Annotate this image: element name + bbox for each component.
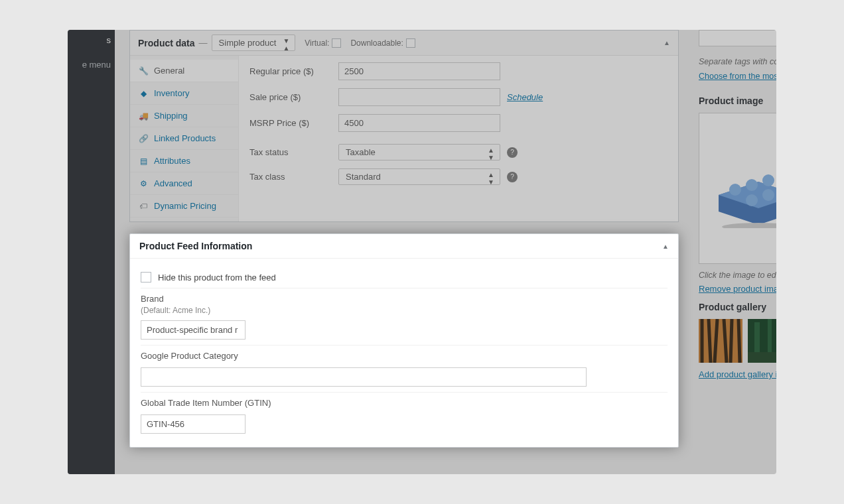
google-category-input[interactable] — [141, 367, 587, 387]
svg-point-3 — [746, 179, 758, 191]
remove-product-image-link[interactable]: Remove product image — [699, 284, 776, 294]
svg-point-2 — [729, 184, 741, 196]
tax-class-help-icon[interactable]: ? — [507, 172, 518, 182]
brand-label: Brand — [141, 294, 668, 304]
tax-status-label: Tax status — [249, 147, 338, 157]
tab-shipping[interactable]: 🚚Shipping — [130, 105, 238, 127]
admin-sidebar: s e menu — [68, 30, 115, 474]
product-type-select[interactable]: Simple product ▼▲ — [212, 34, 296, 51]
truck-icon: 🚚 — [138, 111, 149, 121]
gallery-thumb-1[interactable] — [699, 319, 742, 363]
product-image-caption: Click the image to edit — [699, 271, 776, 280]
product-image-title: Product image — [699, 95, 776, 106]
wrench-icon: 🔧 — [138, 66, 149, 76]
tax-class-label: Tax class — [249, 172, 338, 182]
product-image-box: Product image — [699, 95, 776, 294]
product-data-tabs: 🔧General ◆Inventory 🚚Shipping 🔗Linked Pr… — [130, 56, 239, 221]
tags-hint: Separate tags with con — [699, 57, 776, 66]
chevron-down-icon: ▼▲ — [283, 37, 289, 52]
tab-attributes[interactable]: ▤Attributes — [130, 150, 238, 172]
chevron-updown-icon: ▲▼ — [488, 147, 494, 161]
tab-dynamic-pricing[interactable]: 🏷Dynamic Pricing — [130, 195, 238, 218]
tab-general[interactable]: 🔧General — [130, 60, 238, 82]
virtual-checkbox[interactable]: Virtual: — [305, 38, 341, 48]
tag-icon: 🏷 — [138, 202, 149, 211]
svg-rect-14 — [748, 352, 776, 363]
gtin-input[interactable] — [141, 414, 246, 434]
tab-advanced[interactable]: ⚙Advanced — [130, 172, 238, 195]
product-tags-box: Separate tags with con Choose from the m… — [691, 30, 776, 88]
regular-price-input[interactable] — [338, 62, 500, 80]
panel-collapse-icon[interactable]: ▲ — [664, 39, 670, 46]
hide-from-feed-checkbox[interactable] — [141, 272, 151, 283]
hide-from-feed-label: Hide this product from the feed — [158, 273, 276, 283]
svg-point-4 — [762, 174, 774, 186]
choose-tags-link[interactable]: Choose from the most — [699, 72, 776, 81]
tax-status-select[interactable]: Taxable ▲▼ — [338, 144, 500, 160]
sale-price-label: Sale price ($) — [249, 92, 338, 102]
tax-class-select[interactable]: Standard ▲▼ — [338, 168, 500, 185]
regular-price-label: Regular price ($) — [249, 66, 338, 76]
product-feed-panel: Product Feed Information ▲ Hide this pro… — [129, 233, 679, 448]
tags-input[interactable] — [699, 30, 776, 46]
product-gallery-title: Product gallery — [699, 302, 776, 312]
msrp-label: MSRP Price ($) — [249, 118, 338, 128]
svg-point-8 — [722, 223, 776, 228]
brand-input[interactable] — [141, 320, 246, 340]
product-data-title: Product data — [138, 38, 195, 48]
tab-inventory[interactable]: ◆Inventory — [130, 82, 238, 105]
sidebar-fragment-a: s — [68, 30, 115, 50]
downloadable-checkbox[interactable]: Downloadable: — [350, 38, 415, 48]
tab-linked-products[interactable]: 🔗Linked Products — [130, 127, 238, 150]
chevron-updown-icon: ▲▼ — [488, 171, 494, 186]
svg-rect-9 — [699, 319, 742, 363]
add-gallery-images-link[interactable]: Add product gallery im — [699, 369, 776, 379]
gallery-thumb-2[interactable] — [748, 319, 776, 363]
sale-price-input[interactable] — [338, 88, 500, 106]
inventory-icon: ◆ — [138, 89, 149, 98]
sidebar-fragment-b[interactable]: e menu — [68, 54, 115, 75]
panel-collapse-icon[interactable]: ▲ — [662, 243, 669, 250]
product-image-preview[interactable] — [699, 113, 776, 264]
gear-icon: ⚙ — [138, 179, 149, 188]
schedule-link[interactable]: Schedule — [507, 92, 543, 102]
google-category-label: Google Product Category — [141, 351, 668, 361]
link-icon: 🔗 — [138, 134, 149, 143]
feed-panel-title: Product Feed Information — [139, 241, 252, 251]
tax-status-help-icon[interactable]: ? — [507, 147, 518, 158]
brand-default-hint: (Default: Acme Inc.) — [141, 306, 210, 315]
svg-point-7 — [746, 194, 758, 206]
list-icon: ▤ — [138, 157, 149, 166]
product-gallery-box: Product gallery — [699, 302, 776, 379]
product-data-panel: Product data — Simple product ▼▲ Virtual… — [129, 30, 679, 222]
gtin-label: Global Trade Item Number (GTIN) — [141, 398, 668, 408]
product-type-value: Simple product — [219, 38, 277, 48]
msrp-input[interactable] — [338, 114, 500, 132]
svg-point-5 — [762, 189, 774, 201]
